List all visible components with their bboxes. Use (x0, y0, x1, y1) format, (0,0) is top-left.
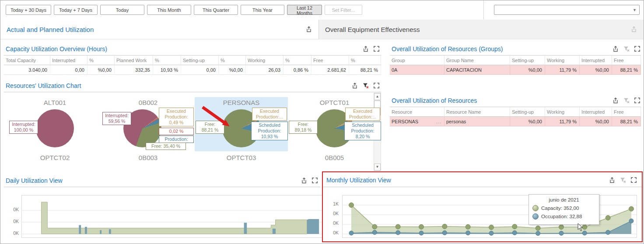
pie-tile-alt001[interactable]: ALT001 Interrupted: 100,00 % (8, 97, 102, 151)
cell-working: 11,79 % (545, 65, 580, 75)
column-header[interactable]: Free (312, 56, 349, 65)
table-header-row: Total Capacity Interrupted % Planned Wor… (4, 56, 381, 65)
expand-icon[interactable] (312, 177, 318, 184)
column-header[interactable]: % (284, 56, 312, 65)
left-column: Capacity Utilization Overview (Hours) To… (4, 39, 381, 171)
pie-tile-0b002[interactable]: 0B002 Interrupted: 59,56 % Executed Prod… (102, 97, 195, 151)
scroll-up-button[interactable]: ▲ (374, 93, 381, 100)
column-header[interactable]: Group Name (444, 56, 510, 65)
table-row[interactable]: 3.040,00 0,00 %0,00 332,35 10,93 % 0,00 … (4, 65, 381, 75)
export-icon[interactable] (609, 177, 616, 184)
cell-setting-up: %0,00 (510, 117, 545, 126)
tab-actual-planned-utilization[interactable]: Actual and Planned Utilization (0, 20, 318, 39)
cell-setting-up: 0,00 (181, 65, 219, 75)
clear-filter-icon[interactable] (623, 97, 630, 104)
filter-button-this-month[interactable]: This Month (147, 5, 191, 15)
pie-chart[interactable] (36, 109, 74, 147)
column-header[interactable]: Setting-up (181, 56, 219, 65)
filter-button-this-quarter[interactable]: This Quarter (194, 5, 238, 15)
export-icon[interactable] (630, 26, 637, 33)
filter-button-today-plus-7[interactable]: Today + 7 Days (54, 5, 98, 15)
column-header[interactable]: Interrupted (580, 56, 612, 65)
y-axis-label: 0K (7, 219, 19, 224)
pie-tile-optct01[interactable]: OPTCT01 Free: 89,18 % Executed Productio… (288, 97, 381, 151)
cell-working-pct: 0,86 % (284, 65, 312, 75)
cell-resource-name: personas (444, 117, 510, 126)
filter-button-today[interactable]: Today (100, 5, 144, 15)
cell-resource: PERSONAS ... (390, 117, 444, 126)
column-header[interactable]: % (349, 56, 381, 65)
column-header[interactable]: Total Capacity (4, 56, 50, 65)
filter-button-this-year[interactable]: This Year (241, 5, 284, 15)
column-header[interactable]: Working (545, 107, 580, 117)
cell-interrupted: 0,00 (50, 65, 88, 75)
expand-icon[interactable] (373, 45, 380, 52)
column-header[interactable]: Free (612, 107, 641, 117)
clear-filter-icon[interactable] (623, 45, 630, 52)
column-header[interactable]: Setting-up (510, 56, 545, 65)
column-header[interactable]: Free (612, 56, 641, 65)
filter-button-today-plus-30[interactable]: Today + 30 Days (6, 5, 51, 15)
column-header[interactable]: Group (390, 56, 444, 65)
column-header[interactable]: Interrupted (50, 56, 88, 65)
tooltip-capacity-value: Capacity: 352,00 (541, 206, 579, 211)
export-icon[interactable] (612, 97, 619, 104)
pie-callout-label: Scheduled Production: 8,20 % (344, 122, 381, 140)
filter-button-last-12-months[interactable]: Last 12 Months (287, 5, 322, 15)
monthly-utilization-panel: Monthly Utilization View 1K 0K 0K 0K jun… (322, 171, 643, 242)
export-icon[interactable] (301, 177, 308, 184)
divider (4, 92, 381, 92)
column-header[interactable]: % (153, 56, 181, 65)
column-header[interactable]: Resource (390, 107, 444, 117)
right-column: Overall Utilization of Resources (Groups… (390, 39, 641, 171)
tooltip-month: junio de 2021 (532, 197, 595, 202)
export-icon[interactable] (612, 45, 619, 52)
tab-overall-equipment-effectiveness[interactable]: Overall Equipment Effectiveness (318, 20, 644, 39)
pie-callout-label: Executed Production:... (345, 108, 380, 121)
date-filter-buttons: Today + 30 Days Today + 7 Days Today Thi… (6, 5, 362, 15)
pie-callout-label: Executed Production: 0,49 % (159, 108, 194, 126)
expand-icon[interactable] (630, 177, 637, 184)
export-icon[interactable] (351, 82, 358, 89)
y-axis-label: 0K (7, 230, 19, 236)
clear-filter-icon[interactable] (362, 82, 369, 89)
capacity-overview-title: Capacity Utilization Overview (Hours) (6, 45, 107, 52)
clear-filter-icon[interactable] (620, 177, 626, 184)
column-header[interactable]: % (219, 56, 246, 65)
monthly-view-header: Monthly Utilization View (326, 175, 637, 185)
export-icon[interactable] (362, 45, 369, 52)
ellipsis-button[interactable]: ... (436, 119, 441, 124)
pie-callout-label: Scheduled Production: 10,93 % (251, 122, 288, 140)
table-header-row: Group Group Name Setting-up Working Inte… (390, 56, 641, 65)
daily-chart-svg (22, 195, 322, 237)
daily-chart-plot[interactable] (21, 195, 322, 238)
y-axis-label: 0K (7, 207, 19, 212)
filter-button-set-filter[interactable]: Set Filter... (325, 5, 362, 15)
column-header[interactable]: Interrupted (580, 107, 612, 117)
export-icon[interactable] (305, 26, 312, 33)
table-row[interactable]: 0A CAPACITACION %0,00 11,79 % %0,00 88,2… (390, 65, 641, 75)
cell-working: 26,03 (246, 65, 284, 75)
expand-icon[interactable] (634, 97, 641, 104)
column-header[interactable]: Resource Name (444, 107, 510, 117)
daily-view-header: Daily Utilization View (6, 175, 318, 186)
pie-callout-label: 0,02 % (159, 128, 194, 135)
cell-total-capacity: 3.040,00 (4, 65, 50, 75)
pie-callout-label: Executed Production:... (252, 108, 287, 121)
column-header[interactable]: Working (545, 56, 580, 65)
column-header[interactable]: Planned Work (115, 56, 153, 65)
table-row[interactable]: PERSONAS ... personas %0,00 11,79 % %0,0… (390, 117, 641, 126)
tooltip-row-occupation: Occupation: 32,88 (532, 213, 595, 220)
resource-dropdown[interactable]: ▼ (494, 5, 640, 15)
column-header[interactable]: Working (246, 56, 284, 65)
table-header-row: Resource Resource Name Setting-up Workin… (390, 107, 641, 117)
scroll-down-button[interactable]: ▼ (374, 164, 381, 171)
chevron-down-icon: ▼ (633, 8, 637, 12)
column-header[interactable]: Setting-up (510, 107, 545, 117)
resources-table: Resource Resource Name Setting-up Workin… (390, 107, 641, 126)
pie-tile-personas[interactable]: PERSONAS Free: 88,21 % Executed Producti… (195, 97, 288, 151)
expand-icon[interactable] (373, 82, 380, 89)
pie-resource-name: OPTCT01 (288, 97, 381, 106)
column-header[interactable]: % (88, 56, 115, 65)
expand-icon[interactable] (634, 45, 641, 52)
